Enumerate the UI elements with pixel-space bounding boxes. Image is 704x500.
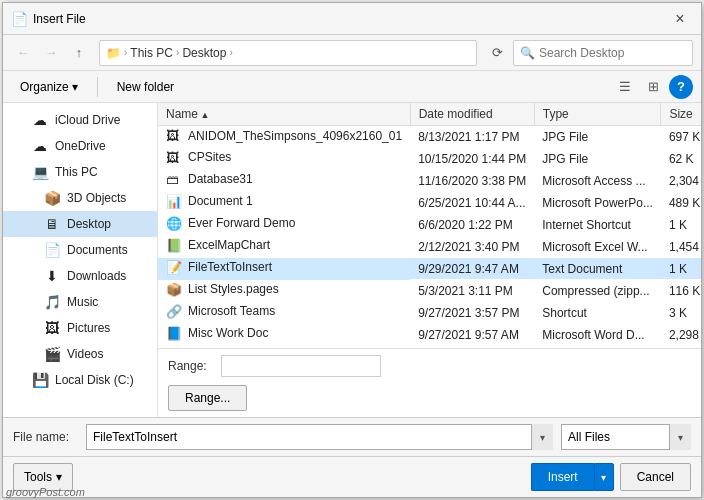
filename-dropdown-button[interactable]: ▾ <box>531 424 553 450</box>
table-row[interactable]: 🖼CPSites 10/15/2020 1:44 PM JPG File 62 … <box>158 148 701 170</box>
file-name: Ever Forward Demo <box>188 216 295 230</box>
new-folder-button[interactable]: New folder <box>108 75 183 99</box>
sidebar-item-icloud[interactable]: ☁iCloud Drive <box>3 107 157 133</box>
sidebar-label-music: Music <box>67 295 98 309</box>
table-row[interactable]: 📘Misc Work Doc 9/27/2021 9:57 AM Microso… <box>158 324 701 346</box>
file-date-cell: 9/27/2021 9:57 AM <box>410 324 534 346</box>
table-row[interactable]: 🖼ANIDOM_TheSimpsons_4096x2160_01 8/13/20… <box>158 126 701 148</box>
file-size-cell: 2,298 K <box>661 324 701 346</box>
file-name-cell: 📝FileTextToInsert <box>158 258 410 278</box>
table-row[interactable]: 🔗Microsoft Teams 9/27/2021 3:57 PM Short… <box>158 302 701 324</box>
file-type-cell: Text Document <box>534 258 661 280</box>
sidebar-icon-pictures: 🖼 <box>43 320 61 336</box>
sidebar-label-desktop: Desktop <box>67 217 111 231</box>
insert-button[interactable]: Insert <box>531 463 594 491</box>
sidebar-icon-videos: 🎬 <box>43 346 61 362</box>
sidebar-item-onedrive[interactable]: ☁OneDrive <box>3 133 157 159</box>
cancel-button[interactable]: Cancel <box>620 463 691 491</box>
dialog-icon: 📄 <box>11 11 27 27</box>
filename-bar: File name: ▾ All Files Text Files Word D… <box>3 417 701 456</box>
file-type-cell: Microsoft Word D... <box>534 324 661 346</box>
file-size-cell: 1 K <box>661 214 701 236</box>
file-date-cell: 11/16/2020 3:38 PM <box>410 170 534 192</box>
content-area: Name Date modified Type Size 🖼ANIDOM_The… <box>158 103 701 417</box>
close-button[interactable]: × <box>667 6 693 32</box>
filetype-select[interactable]: All Files Text Files Word Documents Exce… <box>561 424 691 450</box>
file-date-cell: 9/29/2021 9:47 AM <box>410 258 534 280</box>
sidebar-item-music[interactable]: 🎵Music <box>3 289 157 315</box>
sidebar-icon-documents: 📄 <box>43 242 61 258</box>
insert-file-dialog: 📄 Insert File × ← → ↑ 📁 › This PC › Desk… <box>2 2 702 498</box>
sidebar-item-thispc[interactable]: 💻This PC <box>3 159 157 185</box>
up-button[interactable]: ↑ <box>67 41 91 65</box>
file-icon: 📝 <box>166 260 182 275</box>
sidebar-item-localdisk[interactable]: 💾Local Disk (C:) <box>3 367 157 393</box>
sidebar-item-pictures[interactable]: 🖼Pictures <box>3 315 157 341</box>
file-name: Document 1 <box>188 194 253 208</box>
range-button[interactable]: Range... <box>168 385 247 411</box>
file-type-cell: Microsoft PowerPo... <box>534 192 661 214</box>
sidebar-item-desktop[interactable]: 🖥Desktop <box>3 211 157 237</box>
help-button[interactable]: ? <box>669 75 693 99</box>
file-name-cell: 🌐Ever Forward Demo <box>158 214 410 234</box>
breadcrumb-desktop: Desktop <box>182 46 226 60</box>
file-size-cell: 1 K <box>661 258 701 280</box>
view-tiles-button[interactable]: ⊞ <box>641 75 665 99</box>
forward-button[interactable]: → <box>39 41 63 65</box>
file-name-cell: 🔗Microsoft Teams <box>158 302 410 322</box>
view-details-button[interactable]: ☰ <box>613 75 637 99</box>
sidebar-label-downloads: Downloads <box>67 269 126 283</box>
file-date-cell: 5/3/2021 3:11 PM <box>410 280 534 302</box>
file-date-cell: 9/27/2021 3:57 PM <box>410 302 534 324</box>
filename-input[interactable] <box>86 424 553 450</box>
file-size-cell: 489 K <box>661 192 701 214</box>
insert-dropdown-button[interactable]: ▾ <box>594 463 614 491</box>
sidebar-icon-desktop: 🖥 <box>43 216 61 232</box>
file-type-cell: Shortcut <box>534 302 661 324</box>
file-name-cell: 📗ExcelMapChart <box>158 236 410 256</box>
sidebar-item-3dobjects[interactable]: 📦3D Objects <box>3 185 157 211</box>
sidebar: ☁iCloud Drive☁OneDrive💻This PC📦3D Object… <box>3 103 158 417</box>
table-row[interactable]: 📦List Styles.pages 5/3/2021 3:11 PM Comp… <box>158 280 701 302</box>
search-input[interactable] <box>539 46 686 60</box>
col-size[interactable]: Size <box>661 103 701 126</box>
sidebar-icon-icloud: ☁ <box>31 112 49 128</box>
sidebar-item-downloads[interactable]: ⬇Downloads <box>3 263 157 289</box>
back-button[interactable]: ← <box>11 41 35 65</box>
range-area: Range: <box>158 348 701 381</box>
table-row[interactable]: 🗃Database31 11/16/2020 3:38 PM Microsoft… <box>158 170 701 192</box>
refresh-button[interactable]: ⟳ <box>485 41 509 65</box>
breadcrumb[interactable]: 📁 › This PC › Desktop › <box>99 40 477 66</box>
watermark: groovyPost.com <box>6 486 85 498</box>
file-type-cell: JPG File <box>534 126 661 148</box>
col-name[interactable]: Name <box>158 103 410 126</box>
breadcrumb-thispc: This PC <box>130 46 173 60</box>
file-icon: 🔗 <box>166 304 182 319</box>
table-row[interactable]: 📝FileTextToInsert 9/29/2021 9:47 AM Text… <box>158 258 701 280</box>
file-size-cell: 116 K <box>661 280 701 302</box>
file-name-cell: 🖼ANIDOM_TheSimpsons_4096x2160_01 <box>158 126 410 146</box>
file-size-cell: 697 K <box>661 126 701 148</box>
file-name-cell: 📘Misc Work Doc <box>158 324 410 344</box>
file-icon: 🖼 <box>166 150 182 165</box>
table-row[interactable]: 📗ExcelMapChart 2/12/2021 3:40 PM Microso… <box>158 236 701 258</box>
col-date[interactable]: Date modified <box>410 103 534 126</box>
sidebar-label-thispc: This PC <box>55 165 98 179</box>
file-icon: 📊 <box>166 194 182 209</box>
sidebar-item-videos[interactable]: 🎬Videos <box>3 341 157 367</box>
sidebar-label-localdisk: Local Disk (C:) <box>55 373 134 387</box>
col-type[interactable]: Type <box>534 103 661 126</box>
table-row[interactable]: 📊Document 1 6/25/2021 10:44 A... Microso… <box>158 192 701 214</box>
search-box[interactable]: 🔍 <box>513 40 693 66</box>
range-input[interactable] <box>221 355 381 377</box>
search-icon: 🔍 <box>520 46 535 60</box>
filetype-select-wrap: All Files Text Files Word Documents Exce… <box>561 424 691 450</box>
toolbar-right: ☰ ⊞ ? <box>613 75 693 99</box>
file-name-cell: 🗃Database31 <box>158 170 410 190</box>
file-name: Misc Work Doc <box>188 326 268 340</box>
file-name-cell: 📦List Styles.pages <box>158 280 410 300</box>
organize-button[interactable]: Organize ▾ <box>11 75 87 99</box>
table-row[interactable]: 🌐Ever Forward Demo 6/6/2020 1:22 PM Inte… <box>158 214 701 236</box>
sidebar-label-3dobjects: 3D Objects <box>67 191 126 205</box>
sidebar-item-documents[interactable]: 📄Documents <box>3 237 157 263</box>
